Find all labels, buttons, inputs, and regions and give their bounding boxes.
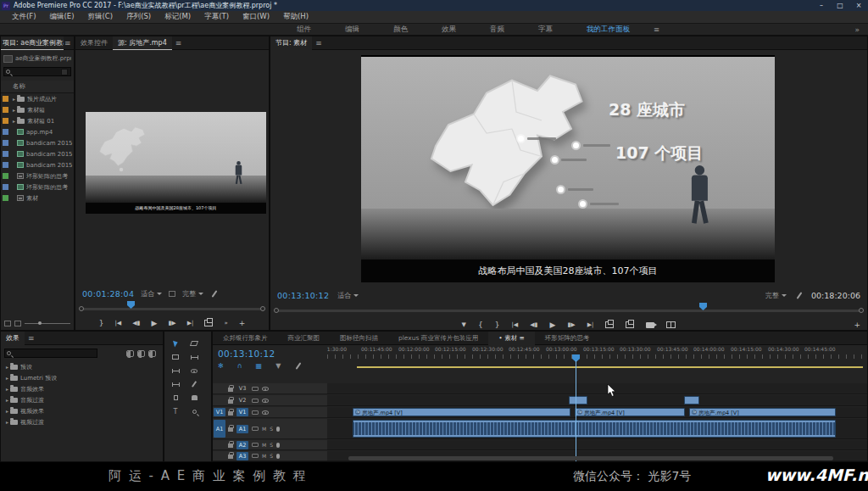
step-forward-button[interactable]: ▮▶ xyxy=(168,318,175,328)
tab-program-monitor[interactable]: 节目: 素材 xyxy=(270,36,312,50)
project-tab[interactable]: 项目: ae商业案例教程 xyxy=(1,36,64,50)
mark-in-button[interactable]: { xyxy=(478,320,483,330)
chevron-right-icon[interactable]: ▸ xyxy=(4,375,10,381)
effects-folder-audio-transitions[interactable]: ▸ 音频过渡 xyxy=(1,394,163,405)
snap-icon[interactable]: ✻ xyxy=(218,362,224,371)
work-area-bar[interactable] xyxy=(357,366,863,368)
track-name-a3[interactable]: A3 xyxy=(236,452,248,460)
slip-tool[interactable] xyxy=(188,365,200,376)
lock-icon[interactable] xyxy=(228,411,233,416)
go-to-in-button[interactable]: |◀ xyxy=(511,320,518,330)
thumbnail-zoom-slider[interactable] xyxy=(25,323,70,324)
rate-stretch-tool[interactable] xyxy=(170,365,181,376)
scrubber-right-handle[interactable] xyxy=(859,308,864,313)
sequence-tab-3[interactable]: 图标径向扫描 xyxy=(330,334,388,343)
timeline-settings-icon[interactable]: ▦ xyxy=(256,362,263,371)
lift-icon[interactable] xyxy=(605,321,614,328)
effects-folder-audio-effects[interactable]: ▸ 音频效果 xyxy=(1,383,163,394)
track-header-a1[interactable]: A1 A1 M S xyxy=(213,419,327,439)
selection-tool[interactable] xyxy=(170,338,181,349)
track-name-a1[interactable]: A1 xyxy=(236,425,248,433)
timeline-playhead-line[interactable] xyxy=(576,360,576,461)
chevron-right-icon[interactable]: ▸ xyxy=(4,397,10,403)
scrubber-left-handle[interactable] xyxy=(274,308,279,313)
project-column-name[interactable]: 名称 xyxy=(1,81,74,93)
program-add-button-icon[interactable]: + xyxy=(854,320,860,330)
chevron-right-icon[interactable]: ▸ xyxy=(11,118,17,124)
step-back-button[interactable]: ◀▮ xyxy=(530,320,537,330)
tab-effect-controls[interactable]: 效果控件 xyxy=(75,36,113,50)
track-lane-a1[interactable] xyxy=(327,419,867,439)
track-lane-v3[interactable] xyxy=(327,383,867,394)
program-timecode[interactable]: 00:13:10:12 xyxy=(277,291,329,300)
mark-out-button[interactable]: } xyxy=(495,320,500,330)
program-playhead[interactable] xyxy=(699,303,707,310)
pen-tool[interactable] xyxy=(188,379,200,389)
project-row-clip-2[interactable]: bandicam 2015 xyxy=(1,137,74,148)
chevron-right-icon[interactable]: ▸ xyxy=(4,386,10,392)
menu-marker[interactable]: 标记(M) xyxy=(158,12,198,22)
lock-icon[interactable] xyxy=(228,427,233,432)
workspace-tab-color[interactable]: 颜色 xyxy=(376,25,425,35)
timeline-timecode[interactable]: 00:13:10:12 xyxy=(218,349,275,359)
track-lane-v1[interactable]: fx 房地产.mp4 [V] fx 房地产.mp4 [V] fx 房地产.mp4… xyxy=(327,407,867,418)
scrubber-left-handle[interactable] xyxy=(79,306,84,311)
comparison-view-icon[interactable] xyxy=(666,321,676,328)
project-row-bin-1[interactable]: ▸ 预片成品片 xyxy=(1,93,74,104)
maximize-button[interactable]: □ xyxy=(831,0,849,11)
solo-button[interactable]: S xyxy=(270,426,273,432)
sequence-tab-active[interactable]: • 素材 ≡ xyxy=(488,332,535,345)
play-button[interactable]: ▶ xyxy=(151,318,157,328)
voiceover-mic-icon[interactable] xyxy=(276,454,280,459)
workspace-menu-icon[interactable]: ≡ xyxy=(647,25,666,34)
label-chip[interactable] xyxy=(3,107,8,113)
menu-sequence[interactable]: 序列(S) xyxy=(120,12,158,22)
button-overflow-icon[interactable]: » xyxy=(224,318,227,328)
mark-out-button[interactable]: } xyxy=(99,318,104,328)
timeline-horizontal-scrollbar[interactable] xyxy=(348,456,833,460)
sync-lock-icon[interactable] xyxy=(252,443,259,447)
sequence-tab-6[interactable]: 环形矩阵的思考 xyxy=(535,334,600,343)
step-back-button[interactable]: ◀▮ xyxy=(132,318,140,328)
mute-button[interactable]: M xyxy=(262,426,266,432)
label-chip[interactable] xyxy=(3,118,8,124)
play-button[interactable]: ▶ xyxy=(549,320,555,330)
sequence-tab-1[interactable]: 众邦银行形象片 xyxy=(213,334,278,343)
zoom-tool[interactable] xyxy=(188,406,200,416)
step-forward-button[interactable]: ▮▶ xyxy=(567,320,575,330)
project-row-sequence-2[interactable]: 素材 xyxy=(1,192,74,204)
effects-folder-video-effects[interactable]: ▸ 视频效果 xyxy=(1,405,163,416)
track-header-v1[interactable]: V1 V1 xyxy=(213,407,327,418)
wrench-settings-icon[interactable] xyxy=(795,292,803,299)
sync-lock-icon[interactable] xyxy=(252,387,259,391)
go-to-out-button[interactable]: ▶| xyxy=(187,318,194,328)
label-chip[interactable] xyxy=(3,195,8,201)
add-marker-button[interactable]: ▼ xyxy=(462,320,466,330)
rolling-edit-tool[interactable] xyxy=(188,352,200,362)
lock-icon[interactable] xyxy=(228,444,233,448)
effects-folder-video-transitions[interactable]: ▸ 视频过渡 xyxy=(1,416,163,427)
solo-button[interactable]: S xyxy=(270,453,273,459)
timeline-clip-v1-1[interactable]: fx 房地产.mp4 [V] xyxy=(353,408,570,416)
sync-lock-icon[interactable] xyxy=(252,454,259,458)
project-row-clip-1[interactable]: app.mp4 xyxy=(1,126,74,137)
list-view-icon[interactable] xyxy=(4,321,11,326)
mute-button[interactable]: M xyxy=(262,442,266,448)
chevron-right-icon[interactable]: ▸ xyxy=(4,419,10,425)
label-chip[interactable] xyxy=(3,173,8,179)
sequence-tab-menu-icon[interactable]: ≡ xyxy=(520,334,525,342)
close-button[interactable]: × xyxy=(849,0,868,11)
project-row-clip-5[interactable]: 环形矩阵的思考 xyxy=(1,181,74,192)
workspace-overflow-icon[interactable]: » xyxy=(854,25,868,34)
program-zoom-select[interactable]: 适合 xyxy=(337,291,359,300)
chevron-right-icon[interactable]: ▸ xyxy=(4,408,10,414)
workspace-tab-effects[interactable]: 效果 xyxy=(425,25,473,35)
minimize-button[interactable]: – xyxy=(812,0,831,11)
effects-folder-lumetri[interactable]: ▸ Lumetri 预设 xyxy=(1,372,163,383)
insert-icon[interactable] xyxy=(204,320,213,326)
source-playhead[interactable] xyxy=(127,301,135,309)
track-header-a2[interactable]: A2 M S xyxy=(213,440,327,450)
marker-icon[interactable]: ▼ xyxy=(275,362,281,371)
track-header-v3[interactable]: V3 xyxy=(213,383,327,394)
track-header-v2[interactable]: V2 xyxy=(213,395,327,406)
